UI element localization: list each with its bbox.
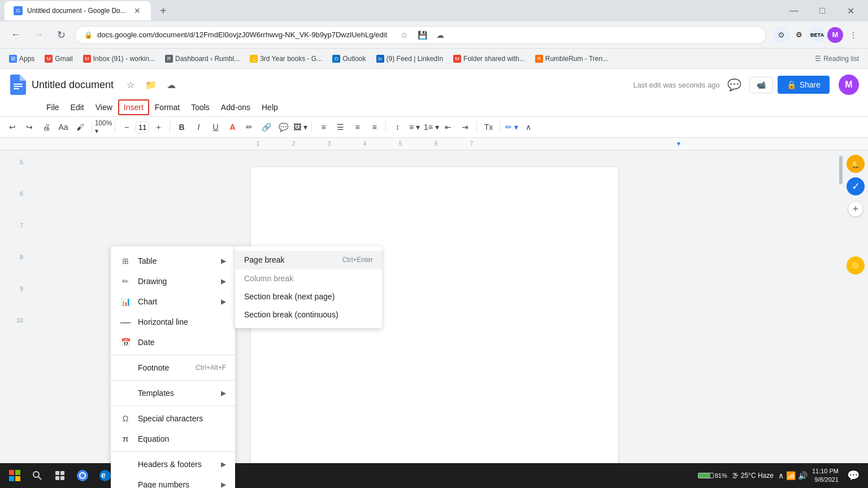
menu-addons[interactable]: Add-ons bbox=[215, 99, 256, 115]
font-size-decrease[interactable]: − bbox=[119, 119, 134, 135]
paint-format-button[interactable]: 🖌 bbox=[72, 119, 88, 135]
task-view-button[interactable] bbox=[50, 465, 70, 486]
bookmark-rumblerum[interactable]: R RumbleRum - Tren... bbox=[531, 53, 613, 65]
save-icon[interactable]: 💾 bbox=[414, 27, 430, 43]
bookmark-linkedin[interactable]: in (9) Feed | LinkedIn bbox=[372, 53, 448, 65]
menu-item-headers-footers[interactable]: Headers & footers ▶ bbox=[111, 454, 235, 474]
menu-item-page-numbers[interactable]: Page numbers ▶ bbox=[111, 474, 235, 488]
add-to-drive-icon[interactable]: 📁 bbox=[143, 77, 159, 93]
spellcheck-button[interactable]: Aa bbox=[55, 119, 71, 135]
quick-action-button[interactable]: ✓ bbox=[847, 177, 865, 195]
font-size-display[interactable]: 11 bbox=[136, 121, 149, 133]
underline-button[interactable]: U bbox=[207, 119, 223, 135]
chevron-up-icon[interactable]: ∧ bbox=[778, 471, 784, 480]
menu-item-special-chars[interactable]: Ω Special characters bbox=[111, 408, 235, 429]
vertical-scrollbar[interactable] bbox=[839, 150, 843, 488]
notification-center-button[interactable]: 💬 bbox=[843, 465, 863, 486]
network-icon[interactable]: 📶 bbox=[786, 471, 796, 480]
bookmark-star-icon[interactable]: ☆ bbox=[396, 27, 412, 43]
print-button[interactable]: 🖨 bbox=[38, 119, 54, 135]
redo-button[interactable]: ↪ bbox=[21, 119, 37, 135]
numbered-list-button[interactable]: 1≡ ▾ bbox=[423, 119, 439, 135]
bookmark-outlook[interactable]: O Outlook bbox=[328, 53, 370, 65]
menu-help[interactable]: Help bbox=[256, 99, 284, 115]
close-button[interactable]: ✕ bbox=[837, 2, 863, 20]
break-submenu-section-next[interactable]: Section break (next page) bbox=[235, 287, 382, 306]
user-avatar[interactable]: M bbox=[839, 75, 859, 95]
bookmark-3rdyear[interactable]: △ 3rd Year books - G... bbox=[245, 53, 327, 65]
break-submenu-page-break[interactable]: Page break Ctrl+Enter bbox=[235, 251, 382, 269]
bookmarks-apps[interactable]: ⊞ Apps bbox=[5, 53, 39, 65]
meet-button[interactable]: 📹 bbox=[749, 77, 773, 93]
cloud-sync-icon[interactable]: ☁ bbox=[163, 77, 179, 93]
list-button[interactable]: ≡ ▾ bbox=[406, 119, 422, 135]
text-color-button[interactable]: A bbox=[224, 119, 240, 135]
align-center-button[interactable]: ☰ bbox=[332, 119, 348, 135]
menu-item-table[interactable]: ⊞ Table ▶ bbox=[111, 251, 235, 271]
share-button[interactable]: 🔒 Share bbox=[778, 76, 830, 94]
image-button[interactable]: 🖼 ▾ bbox=[292, 119, 308, 135]
bookmark-dashboard[interactable]: R Dashboard ‹ Rumbl... bbox=[160, 53, 244, 65]
align-right-button[interactable]: ≡ bbox=[349, 119, 365, 135]
menu-item-templates[interactable]: Templates ▶ bbox=[111, 383, 235, 403]
undo-button[interactable]: ↩ bbox=[5, 119, 20, 135]
menu-edit[interactable]: Edit bbox=[65, 99, 90, 115]
keep-button[interactable]: 🟡 bbox=[847, 256, 865, 274]
chrome-menu-button[interactable]: ⋮ bbox=[845, 27, 861, 43]
chrome-taskbar-icon[interactable] bbox=[72, 465, 93, 486]
menu-file[interactable]: File bbox=[41, 99, 65, 115]
doc-title[interactable]: Untitled document bbox=[32, 79, 114, 91]
font-size-increase[interactable]: + bbox=[150, 119, 166, 135]
extension-beta-icon[interactable]: BETA bbox=[809, 27, 825, 43]
align-left-button[interactable]: ≡ bbox=[315, 119, 331, 135]
menu-format[interactable]: Format bbox=[149, 99, 185, 115]
bookmark-folder[interactable]: M Folder shared with... bbox=[449, 53, 530, 65]
maximize-button[interactable]: □ bbox=[809, 2, 835, 20]
address-input[interactable]: 🔒 docs.google.com/document/d/12FmdEl0ovj… bbox=[75, 26, 766, 44]
bookmark-gmail[interactable]: M Gmail bbox=[40, 53, 77, 65]
indent-increase-button[interactable]: ⇥ bbox=[457, 119, 473, 135]
menu-item-footnote[interactable]: Footnote Ctrl+Alt+F bbox=[111, 358, 235, 378]
menu-item-equation[interactable]: π Equation bbox=[111, 429, 235, 449]
comment-button[interactable]: 💬 bbox=[724, 75, 745, 95]
tab-close-button[interactable]: ✕ bbox=[133, 6, 142, 15]
reload-button[interactable]: ↻ bbox=[52, 26, 70, 44]
search-button[interactable] bbox=[27, 465, 47, 486]
menu-insert[interactable]: Insert bbox=[118, 99, 149, 115]
highlight-button[interactable]: ✏ bbox=[241, 119, 257, 135]
new-tab-button[interactable]: + bbox=[155, 3, 171, 19]
start-button[interactable] bbox=[5, 465, 25, 486]
break-submenu-section-continuous[interactable]: Section break (continuous) bbox=[235, 306, 382, 324]
add-content-button[interactable]: + bbox=[847, 200, 865, 218]
link-button[interactable]: 🔗 bbox=[258, 119, 274, 135]
forward-button[interactable]: → bbox=[29, 26, 47, 44]
taskbar-clock[interactable]: 11:10 PM 9/8/2021 bbox=[812, 467, 839, 485]
line-spacing-button[interactable]: ↕ bbox=[389, 119, 405, 135]
browser-tab[interactable]: G Untitled document - Google Do... ✕ bbox=[5, 1, 151, 20]
menu-tools[interactable]: Tools bbox=[185, 99, 215, 115]
editing-mode-button[interactable]: ✏ ▾ bbox=[504, 119, 519, 135]
bookmark-inbox[interactable]: M Inbox (91) - workin... bbox=[79, 53, 159, 65]
menu-item-chart[interactable]: 📊 Chart ▶ bbox=[111, 291, 235, 312]
comment-toolbar-button[interactable]: 💬 bbox=[275, 119, 291, 135]
menu-item-drawing[interactable]: ✏ Drawing ▶ bbox=[111, 271, 235, 291]
extensions-button[interactable]: ⚙ bbox=[791, 27, 807, 43]
italic-button[interactable]: I bbox=[190, 119, 206, 135]
volume-icon[interactable]: 🔊 bbox=[798, 471, 808, 480]
indent-decrease-button[interactable]: ⇤ bbox=[440, 119, 456, 135]
back-button[interactable]: ← bbox=[7, 26, 25, 44]
menu-item-date[interactable]: 📅 Date bbox=[111, 332, 235, 352]
star-icon[interactable]: ☆ bbox=[123, 77, 138, 93]
menu-item-horizontal-line[interactable]: — Horizontal line bbox=[111, 312, 235, 332]
minimize-button[interactable]: — bbox=[781, 2, 807, 20]
scrollbar-thumb[interactable] bbox=[839, 156, 843, 184]
clear-formatting-button[interactable]: Tx bbox=[480, 119, 496, 135]
align-justify-button[interactable]: ≡ bbox=[366, 119, 382, 135]
zoom-dropdown-button[interactable]: 100% ▾ bbox=[96, 119, 111, 135]
search-extension-icon[interactable]: ⊙ bbox=[773, 27, 789, 43]
collapse-toolbar-button[interactable]: ∧ bbox=[520, 119, 536, 135]
menu-view[interactable]: View bbox=[90, 99, 118, 115]
notifications-button[interactable]: 🔔 bbox=[847, 155, 865, 173]
reading-list-button[interactable]: ☰ Reading list bbox=[810, 53, 863, 65]
bold-button[interactable]: B bbox=[173, 119, 189, 135]
